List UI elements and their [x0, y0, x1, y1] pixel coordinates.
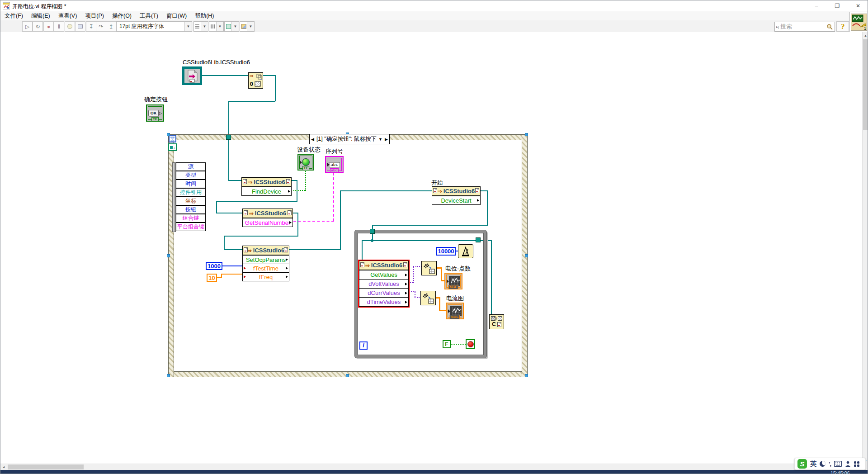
ok-button-terminal[interactable]: OK ▷ TF [146, 104, 164, 122]
wire-ref[interactable] [491, 240, 492, 314]
curr-graph-label[interactable]: 电流图 [446, 294, 464, 303]
event-data-item[interactable]: 控件引用 [176, 188, 206, 197]
event-case-selector[interactable]: ◀ [1] "确定按钮": 鼠标按下 ▼ ▶ [309, 134, 390, 144]
serial-number-label[interactable]: 序列号 [326, 147, 343, 156]
event-data-item[interactable]: 组合键 [176, 214, 206, 223]
dotnet-constructor-node[interactable] [182, 66, 202, 85]
wire-ref[interactable] [275, 75, 276, 101]
method-setocpparams[interactable]: SetOcpParams [243, 255, 289, 264]
ok-button-label[interactable]: 确定按钮 [144, 95, 168, 104]
wire-ref[interactable] [216, 201, 297, 202]
wire-numeric[interactable] [221, 274, 243, 275]
fullhalf-width-icon[interactable] [820, 461, 826, 467]
wire-ref[interactable] [224, 236, 225, 250]
dotnet-array-convert-node[interactable] [420, 291, 436, 305]
wire-ref[interactable] [340, 190, 341, 250]
wire-ref[interactable] [224, 249, 242, 250]
method-getserialnumber[interactable]: GetSerialNumber [243, 218, 292, 227]
invoke-node-setocpparams[interactable]: ⇒ ICSStudio6 SetOcpParams fTestTime fFre… [242, 246, 289, 281]
horizontal-scroll-thumb[interactable] [8, 465, 84, 469]
horizontal-scrollbar[interactable]: ◄ ► [0, 464, 862, 470]
volt-graph-terminal[interactable]: SGL [444, 273, 462, 289]
false-constant[interactable]: F [443, 340, 451, 348]
wire-string[interactable] [333, 173, 334, 221]
wire-ref[interactable] [228, 101, 229, 180]
event-data-node-bar[interactable] [172, 162, 176, 232]
dotnet-array-convert-node[interactable] [421, 261, 437, 275]
prev-case-icon[interactable]: ◀ [310, 134, 316, 144]
vertical-scroll-thumb[interactable] [863, 39, 868, 130]
wire-ref[interactable] [228, 101, 275, 102]
user-icon[interactable] [845, 461, 851, 467]
loop-condition-terminal[interactable] [466, 339, 475, 349]
event-data-item[interactable]: 按钮 [176, 205, 206, 214]
invoke-node-getserialnumber[interactable]: ⇒ ICSStudio6 GetSerialNumber [242, 209, 293, 227]
constructor-label[interactable]: CSStudio6Lib.ICSStudio6 [183, 59, 250, 66]
event-data-item[interactable]: 时间 [176, 180, 206, 188]
wire-ref[interactable] [372, 225, 488, 226]
wire-string[interactable] [293, 221, 334, 222]
event-data-item[interactable]: 类型 [176, 171, 206, 180]
windows-taskbar[interactable]: 15:45:06 [0, 470, 868, 474]
vertical-scrollbar[interactable]: ▲ ▼ [862, 32, 868, 464]
curr-graph-terminal[interactable]: SGL [446, 303, 464, 319]
wire-ref[interactable] [228, 180, 241, 181]
device-status-led-terminal[interactable]: TF [297, 154, 314, 171]
param-dtimevalues[interactable]: dTimeValues [359, 297, 408, 306]
selection-handle[interactable] [167, 374, 170, 377]
wire-ref[interactable] [487, 190, 488, 226]
wire-ref[interactable] [216, 213, 242, 213]
toolbox-grid-icon[interactable] [854, 461, 859, 467]
punctuation-icon[interactable]: ’, [829, 460, 831, 467]
method-devicestart[interactable]: DeviceStart [432, 196, 480, 204]
constant-testtime[interactable]: 1000 [206, 262, 222, 270]
param-ftesttime[interactable]: fTestTime [243, 264, 289, 272]
volt-graph-label[interactable]: 电位-点数 [445, 265, 471, 273]
constant-freq[interactable]: 10 [207, 274, 217, 282]
start-label[interactable]: 开始 [431, 179, 443, 187]
wire-ref[interactable] [289, 249, 341, 250]
close-reference-node[interactable]: / C [489, 314, 504, 329]
scroll-left-icon[interactable]: ◄ [0, 464, 7, 470]
invoke-node-finddevice[interactable]: ⇒ ICSStudio6 FindDevice [241, 177, 292, 196]
wait-ms-node[interactable] [458, 244, 473, 258]
wire-boolean[interactable] [305, 171, 306, 190]
next-case-icon[interactable]: ▶ [383, 134, 389, 144]
param-ffreq[interactable]: fFreq [243, 272, 289, 281]
method-getvalues[interactable]: GetValues [359, 270, 408, 279]
case-dropdown-icon[interactable]: ▼ [377, 134, 383, 144]
invoke-node-devicestart[interactable]: ⇒ ICSStudio6 DeviceStart [432, 186, 481, 205]
event-tunnel[interactable] [226, 135, 231, 140]
param-dvoltvalues[interactable]: dVoltValues [359, 279, 408, 288]
selection-handle[interactable] [167, 254, 170, 257]
wire-ref[interactable] [224, 236, 298, 237]
method-finddevice[interactable]: FindDevice [242, 187, 291, 195]
wire-ref[interactable] [202, 75, 275, 76]
event-data-item[interactable]: 坐标 [176, 197, 206, 205]
constant-wait-ms[interactable]: 10000 [436, 247, 456, 256]
selection-handle[interactable] [525, 374, 528, 377]
param-dcurrvalues[interactable]: dCurrValues [359, 288, 408, 297]
loop-iteration-terminal[interactable]: i [359, 341, 368, 350]
selection-handle[interactable] [525, 133, 528, 136]
serial-number-terminal[interactable]: abc abc [325, 156, 344, 173]
loop-tunnel[interactable] [370, 229, 375, 234]
event-data-item[interactable]: 平台组合键 [176, 223, 206, 231]
block-diagram-canvas[interactable]: ◀ [1] "确定按钮": 鼠标按下 ▼ ▶ + 源 类型 时间 控件引用 坐标… [0, 32, 862, 464]
dotnet-object-array-node[interactable]: ⇒ 0 + [248, 72, 263, 89]
wire-ref[interactable] [297, 213, 298, 237]
keyboard-icon[interactable] [834, 461, 842, 467]
dynamic-event-terminal-icon[interactable]: + [168, 143, 177, 151]
language-toggle[interactable]: 英 [810, 460, 816, 468]
invoke-node-getvalues[interactable]: ⇒ ICSStudio6 GetValues dVoltValues dCurr… [359, 261, 409, 307]
selection-handle[interactable] [525, 254, 528, 257]
selection-handle[interactable] [167, 133, 170, 136]
event-data-item[interactable]: 源 [176, 162, 206, 171]
device-status-label[interactable]: 设备状态 [297, 146, 321, 154]
loop-tunnel[interactable] [476, 237, 481, 242]
wire-numeric[interactable] [222, 265, 242, 266]
selection-handle[interactable] [346, 374, 349, 377]
wire-boolean[interactable] [293, 190, 306, 191]
scroll-up-icon[interactable]: ▲ [863, 32, 868, 38]
input-method-toolbar[interactable]: S 英 ’, [794, 458, 866, 470]
